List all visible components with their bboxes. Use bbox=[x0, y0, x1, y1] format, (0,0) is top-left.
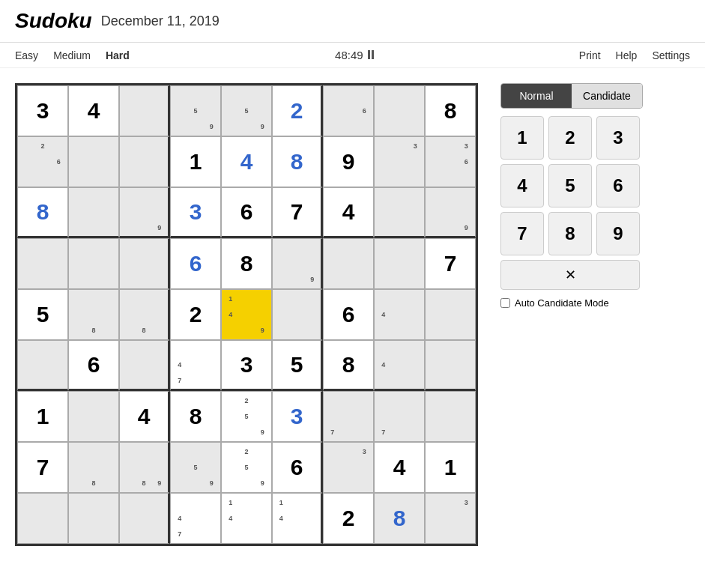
numpad-btn-8[interactable]: 8 bbox=[548, 212, 592, 255]
cell-r3-c4[interactable]: 8 bbox=[221, 238, 272, 289]
cell-r8-c0[interactable] bbox=[17, 493, 68, 544]
cell-r3-c5[interactable]: 9 bbox=[272, 238, 323, 289]
cell-r0-c0[interactable]: 3 bbox=[17, 85, 68, 136]
numpad-btn-9[interactable]: 9 bbox=[596, 212, 640, 255]
cell-r6-c3[interactable]: 8 bbox=[170, 391, 221, 442]
cell-r5-c2[interactable] bbox=[119, 340, 170, 391]
numpad-btn-3[interactable]: 3 bbox=[596, 116, 640, 160]
print-link[interactable]: Print bbox=[579, 49, 601, 61]
cell-r2-c4[interactable]: 6 bbox=[221, 187, 272, 238]
cell-r4-c4[interactable]: 149 bbox=[221, 289, 272, 340]
cell-r1-c2[interactable] bbox=[119, 136, 170, 187]
numpad-btn-4[interactable]: 4 bbox=[500, 164, 544, 207]
cell-r4-c6[interactable]: 6 bbox=[323, 289, 374, 340]
cell-r7-c3[interactable]: 59 bbox=[170, 442, 221, 493]
cell-r1-c3[interactable]: 1 bbox=[170, 136, 221, 187]
cell-r1-c5[interactable]: 8 bbox=[272, 136, 323, 187]
cell-r8-c6[interactable]: 2 bbox=[323, 493, 374, 544]
cell-r4-c8[interactable] bbox=[425, 289, 476, 340]
cell-r3-c1[interactable] bbox=[68, 238, 119, 289]
nav-medium[interactable]: Medium bbox=[53, 49, 91, 61]
help-link[interactable]: Help bbox=[616, 49, 638, 61]
cell-r0-c1[interactable]: 4 bbox=[68, 85, 119, 136]
numpad-btn-1[interactable]: 1 bbox=[500, 116, 544, 160]
cell-r6-c2[interactable]: 4 bbox=[119, 391, 170, 442]
cell-r0-c6[interactable]: 6 bbox=[323, 85, 374, 136]
cell-r8-c4[interactable]: 14 bbox=[221, 493, 272, 544]
cell-r4-c1[interactable]: 8 bbox=[68, 289, 119, 340]
nav-hard[interactable]: Hard bbox=[106, 49, 130, 61]
cell-r8-c8[interactable]: 3 bbox=[425, 493, 476, 544]
cell-r1-c6[interactable]: 9 bbox=[323, 136, 374, 187]
cell-r2-c0[interactable]: 8 bbox=[17, 187, 68, 238]
cell-r5-c7[interactable]: 4 bbox=[374, 340, 425, 391]
normal-mode-tab[interactable]: Normal bbox=[501, 84, 572, 108]
cell-r5-c5[interactable]: 5 bbox=[272, 340, 323, 391]
cell-r1-c0[interactable]: 26 bbox=[17, 136, 68, 187]
numpad-btn-7[interactable]: 7 bbox=[500, 212, 544, 255]
cell-r2-c1[interactable] bbox=[68, 187, 119, 238]
cell-r0-c5[interactable]: 2 bbox=[272, 85, 323, 136]
cell-r4-c2[interactable]: 8 bbox=[119, 289, 170, 340]
numpad-btn-2[interactable]: 2 bbox=[548, 116, 592, 160]
cell-r7-c5[interactable]: 6 bbox=[272, 442, 323, 493]
cell-r0-c4[interactable]: 59 bbox=[221, 85, 272, 136]
cell-r6-c5[interactable]: 3 bbox=[272, 391, 323, 442]
cell-r5-c8[interactable] bbox=[425, 340, 476, 391]
cell-r8-c5[interactable]: 14 bbox=[272, 493, 323, 544]
cell-r0-c2[interactable] bbox=[119, 85, 170, 136]
cell-r0-c3[interactable]: 59 bbox=[170, 85, 221, 136]
nav-easy[interactable]: Easy bbox=[15, 49, 38, 61]
cell-r6-c4[interactable]: 259 bbox=[221, 391, 272, 442]
cell-r3-c0[interactable] bbox=[17, 238, 68, 289]
cell-r7-c7[interactable]: 4 bbox=[374, 442, 425, 493]
cell-r2-c5[interactable]: 7 bbox=[272, 187, 323, 238]
cell-r3-c7[interactable] bbox=[374, 238, 425, 289]
cell-r4-c0[interactable]: 5 bbox=[17, 289, 68, 340]
cell-r7-c4[interactable]: 259 bbox=[221, 442, 272, 493]
cell-r6-c1[interactable] bbox=[68, 391, 119, 442]
settings-link[interactable]: Settings bbox=[652, 49, 690, 61]
cell-r4-c7[interactable]: 4 bbox=[374, 289, 425, 340]
cell-r1-c4[interactable]: 4 bbox=[221, 136, 272, 187]
cell-r8-c1[interactable] bbox=[68, 493, 119, 544]
cell-r8-c3[interactable]: 47 bbox=[170, 493, 221, 544]
cell-r1-c1[interactable] bbox=[68, 136, 119, 187]
numpad-btn-5[interactable]: 5 bbox=[548, 164, 592, 207]
cell-r4-c3[interactable]: 2 bbox=[170, 289, 221, 340]
cell-r6-c6[interactable]: 7 bbox=[323, 391, 374, 442]
cell-r2-c3[interactable]: 3 bbox=[170, 187, 221, 238]
numpad-btn-6[interactable]: 6 bbox=[596, 164, 640, 207]
cell-r7-c0[interactable]: 7 bbox=[17, 442, 68, 493]
cell-r5-c4[interactable]: 3 bbox=[221, 340, 272, 391]
cell-r3-c6[interactable] bbox=[323, 238, 374, 289]
cell-r0-c7[interactable] bbox=[374, 85, 425, 136]
cell-r2-c7[interactable] bbox=[374, 187, 425, 238]
cell-r7-c8[interactable]: 1 bbox=[425, 442, 476, 493]
cell-r1-c7[interactable]: 3 bbox=[374, 136, 425, 187]
cell-r5-c1[interactable]: 6 bbox=[68, 340, 119, 391]
cell-r3-c2[interactable] bbox=[119, 238, 170, 289]
cell-r8-c7[interactable]: 8 bbox=[374, 493, 425, 544]
cell-r4-c5[interactable] bbox=[272, 289, 323, 340]
cell-r7-c1[interactable]: 8 bbox=[68, 442, 119, 493]
cell-r7-c2[interactable]: 89 bbox=[119, 442, 170, 493]
cell-r0-c8[interactable]: 8 bbox=[425, 85, 476, 136]
cell-r2-c6[interactable]: 4 bbox=[323, 187, 374, 238]
candidate-mode-tab[interactable]: Candidate bbox=[572, 84, 642, 108]
cell-r5-c3[interactable]: 47 bbox=[170, 340, 221, 391]
cell-r1-c8[interactable]: 36 bbox=[425, 136, 476, 187]
cell-r5-c0[interactable] bbox=[17, 340, 68, 391]
cell-r3-c8[interactable]: 7 bbox=[425, 238, 476, 289]
auto-candidate-checkbox[interactable] bbox=[500, 298, 510, 308]
pause-icon[interactable] bbox=[368, 49, 374, 61]
clear-button[interactable]: ✕ bbox=[500, 260, 640, 290]
cell-r6-c8[interactable] bbox=[425, 391, 476, 442]
cell-r3-c3[interactable]: 6 bbox=[170, 238, 221, 289]
cell-r2-c2[interactable]: 9 bbox=[119, 187, 170, 238]
cell-r6-c0[interactable]: 1 bbox=[17, 391, 68, 442]
cell-r2-c8[interactable]: 9 bbox=[425, 187, 476, 238]
cell-r6-c7[interactable]: 7 bbox=[374, 391, 425, 442]
cell-r7-c6[interactable]: 3 bbox=[323, 442, 374, 493]
cell-r8-c2[interactable] bbox=[119, 493, 170, 544]
